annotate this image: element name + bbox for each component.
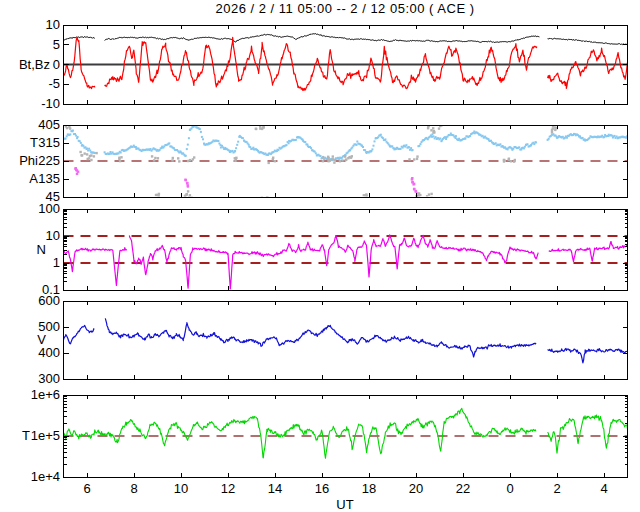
y-tick-label: 1e+5 xyxy=(31,428,60,443)
x-tick-label: 4 xyxy=(589,481,619,496)
x-tick-label: 16 xyxy=(307,481,337,496)
y-tick-label: 405 xyxy=(38,117,60,132)
x-tick-label: 22 xyxy=(448,481,478,496)
x-tick-label: 6 xyxy=(72,481,102,496)
y-tick-label: 1e+4 xyxy=(31,469,60,484)
x-tick-label: 8 xyxy=(119,481,149,496)
panel-axis-label: Bt,Bz xyxy=(19,57,50,72)
y-tick-label: 225 xyxy=(38,153,60,168)
x-tick-label: 12 xyxy=(213,481,243,496)
panel-axis-label: A xyxy=(29,171,38,186)
y-tick-label: -5 xyxy=(48,76,60,91)
x-tick-label: 14 xyxy=(260,481,290,496)
x-axis-label: UT xyxy=(330,497,360,512)
x-tick-label: 0 xyxy=(495,481,525,496)
panel-axis-label: V xyxy=(37,332,46,347)
y-tick-label: 10 xyxy=(46,17,60,32)
y-tick-label: 5 xyxy=(53,37,60,52)
y-tick-label: 400 xyxy=(38,345,60,360)
panel-axis-label: Phi xyxy=(19,153,38,168)
chart-title: 2026 / 2 / 11 05:00 -- 2 / 12 05:00 ( AC… xyxy=(63,1,627,16)
x-tick-label: 18 xyxy=(354,481,384,496)
y-tick-label: -10 xyxy=(41,96,60,111)
y-tick-label: 600 xyxy=(38,293,60,308)
y-tick-label: 300 xyxy=(38,371,60,386)
ace-solar-wind-plot: 2026 / 2 / 11 05:00 -- 2 / 12 05:00 ( AC… xyxy=(0,0,640,512)
plot-canvas xyxy=(0,0,640,512)
panel-axis-label: N xyxy=(37,242,46,257)
panel-axis-label: T xyxy=(22,428,30,443)
y-tick-label: 135 xyxy=(38,171,60,186)
y-tick-label: 315 xyxy=(38,135,60,150)
y-tick-label: 10 xyxy=(46,228,60,243)
x-tick-label: 2 xyxy=(542,481,572,496)
y-tick-label: 1 xyxy=(53,255,60,270)
y-tick-label: 100 xyxy=(38,201,60,216)
x-tick-label: 20 xyxy=(401,481,431,496)
y-tick-label: 1e+6 xyxy=(31,387,60,402)
y-tick-label: 0 xyxy=(53,57,60,72)
panel-axis-label: T xyxy=(30,135,38,150)
x-tick-label: 10 xyxy=(166,481,196,496)
